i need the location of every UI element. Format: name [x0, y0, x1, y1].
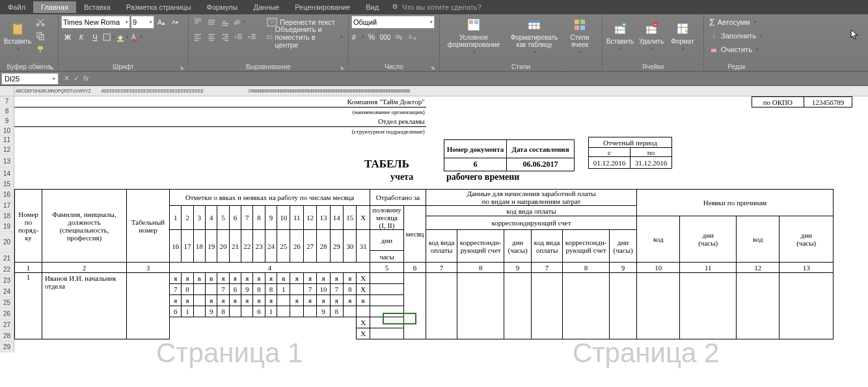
- cell-styles-button[interactable]: Стили ячеек▾: [563, 16, 596, 56]
- hdr-tabnum: Табельныйномер: [127, 190, 170, 263]
- select-all-corner[interactable]: [0, 86, 14, 96]
- insert-cells-button[interactable]: Вставить▾: [605, 16, 635, 56]
- cut-button[interactable]: [34, 16, 47, 29]
- docnum-value: 6: [444, 158, 507, 171]
- italic-button[interactable]: К: [75, 31, 88, 44]
- formula-input[interactable]: [93, 73, 868, 85]
- svg-text:ab: ab: [233, 18, 241, 27]
- align-center-button[interactable]: [205, 31, 218, 44]
- tell-me-box[interactable]: Что вы хотите сделать?: [387, 3, 487, 11]
- hdr-month: месяц: [404, 206, 426, 263]
- delete-cells-button[interactable]: Удалить▾: [636, 16, 666, 56]
- svg-text:.00: .00: [394, 35, 401, 39]
- clipboard-launcher[interactable]: ⬊: [49, 65, 54, 71]
- font-name-combo[interactable]: Times New Roma▾: [61, 16, 130, 29]
- align-right-button[interactable]: [219, 31, 232, 44]
- number-format-combo[interactable]: Общий▾: [351, 16, 435, 29]
- row-header-8[interactable]: 8: [0, 107, 14, 116]
- fill-color-button[interactable]: ▾: [116, 31, 129, 44]
- row-header-21[interactable]: 21: [0, 253, 14, 265]
- row-header-9[interactable]: 9: [0, 116, 14, 126]
- row-header-7[interactable]: 7: [0, 96, 14, 107]
- autosum-button[interactable]: ΣАвтосумм▾: [707, 16, 759, 29]
- row-header-29[interactable]: 29: [0, 341, 14, 352]
- row-header-17[interactable]: 17: [0, 201, 14, 211]
- format-as-table-button[interactable]: Форматировать как таблицу▾: [506, 16, 562, 56]
- tab-insert[interactable]: Вставка: [76, 1, 118, 13]
- row-header-26[interactable]: 26: [0, 308, 14, 319]
- tab-view[interactable]: Вид: [358, 1, 387, 13]
- format-cells-button[interactable]: Формат▾: [668, 16, 698, 56]
- hdr-worked: Отработано за: [370, 190, 426, 206]
- copy-button[interactable]: [34, 29, 47, 42]
- percent-button[interactable]: %: [365, 31, 378, 44]
- tab-formulas[interactable]: Формулы: [199, 1, 246, 13]
- paste-button[interactable]: Вставить ▾: [3, 16, 33, 56]
- svg-text:₽: ₽: [352, 34, 357, 41]
- align-middle-button[interactable]: [205, 16, 218, 29]
- increase-indent-button[interactable]: [246, 31, 259, 44]
- row-header-14[interactable]: 14: [0, 168, 14, 180]
- font-size-combo[interactable]: 9▾: [131, 16, 154, 29]
- tab-file[interactable]: Файл: [0, 1, 33, 13]
- increase-font-button[interactable]: A▴: [155, 16, 168, 29]
- decrease-decimal-button[interactable]: .0: [406, 31, 419, 44]
- alignment-launcher[interactable]: ⬊: [340, 65, 344, 71]
- font-launcher[interactable]: ⬊: [180, 65, 184, 71]
- hdr-corr1: корреспонди-рующий счет: [457, 230, 504, 263]
- colnum-7a: 7: [426, 263, 457, 273]
- conditional-formatting-button[interactable]: Условное форматирование▾: [442, 16, 505, 56]
- format-painter-button[interactable]: [34, 43, 47, 56]
- row-header-25[interactable]: 25: [0, 297, 14, 308]
- row-header-28[interactable]: 28: [0, 330, 14, 341]
- border-button[interactable]: ▾: [102, 31, 115, 44]
- number-launcher[interactable]: ⬊: [431, 65, 435, 71]
- hdr-abs-code1: код: [637, 216, 680, 263]
- bold-button[interactable]: Ж: [61, 31, 74, 44]
- column-headers[interactable]: ABCDEFGHIJKLMNOPQRSTUVWXYZ AEEEEEEEEEEEE…: [14, 86, 868, 96]
- row-header-18[interactable]: 18: [0, 211, 14, 222]
- align-bottom-button[interactable]: [219, 16, 232, 29]
- colnum-9b: 9: [610, 263, 637, 273]
- tab-page-layout[interactable]: Разметка страницы: [118, 1, 199, 13]
- tab-review[interactable]: Рецензирование: [287, 1, 358, 13]
- orientation-button[interactable]: ab▾: [232, 16, 245, 29]
- tab-data[interactable]: Данные: [245, 1, 287, 13]
- row-header-16[interactable]: 16: [0, 189, 14, 201]
- align-left-button[interactable]: [191, 31, 204, 44]
- period-to-label: по: [631, 148, 672, 157]
- row-header-19[interactable]: 19: [0, 222, 14, 232]
- merge-center-button[interactable]: Объединить и поместить в центре▾: [264, 31, 346, 44]
- font-color-button[interactable]: A▾: [129, 31, 142, 44]
- decrease-indent-button[interactable]: [232, 31, 245, 44]
- docnum-label: Номер документа: [444, 140, 507, 158]
- comma-button[interactable]: 000: [379, 31, 392, 44]
- row-header-13[interactable]: 13: [0, 155, 14, 168]
- clear-button[interactable]: Очистить▾: [707, 43, 761, 56]
- enter-formula-icon[interactable]: ✓: [74, 74, 79, 83]
- align-top-button[interactable]: [191, 16, 204, 29]
- decrease-font-button[interactable]: A▾: [169, 16, 182, 29]
- fx-icon[interactable]: fx: [83, 74, 89, 83]
- name-box[interactable]: DI25▾: [1, 73, 59, 85]
- page-watermark-1: Страница 1: [156, 337, 303, 369]
- cancel-formula-icon[interactable]: ✕: [64, 74, 70, 83]
- row-header-12[interactable]: 12: [0, 145, 14, 155]
- svg-rect-24: [580, 20, 585, 24]
- row-header-23[interactable]: 23: [0, 275, 14, 286]
- row-header-24[interactable]: 24: [0, 286, 14, 297]
- row-header-10[interactable]: 10: [0, 126, 14, 136]
- active-cell[interactable]: [383, 313, 416, 324]
- row-header-11[interactable]: 11: [0, 136, 14, 145]
- row-header-20[interactable]: 20: [0, 232, 14, 253]
- increase-decimal-button[interactable]: .00: [392, 31, 405, 44]
- underline-button[interactable]: Ч: [88, 31, 102, 44]
- doc-subtitle-l: учета: [390, 172, 413, 182]
- row-header-22[interactable]: 22: [0, 265, 14, 275]
- row-header-15[interactable]: 15: [0, 180, 14, 189]
- accounting-format-button[interactable]: ₽▾: [351, 31, 364, 44]
- row-header-27[interactable]: 27: [0, 319, 14, 330]
- clipboard-group-label: Буфер обмена: [7, 63, 51, 70]
- tab-home[interactable]: Главная: [33, 1, 76, 13]
- fill-button[interactable]: Заполнить▾: [707, 29, 765, 42]
